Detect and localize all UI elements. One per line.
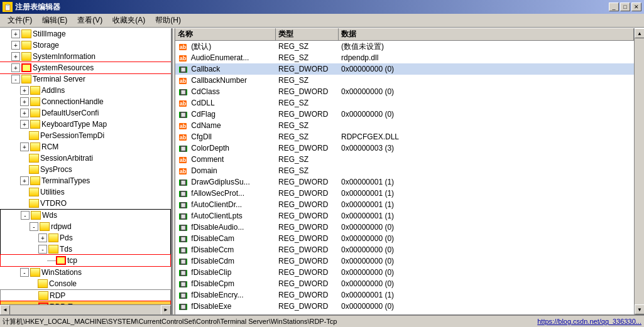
expander-systeminfo[interactable]: + (11, 52, 20, 61)
reg-type-16: REG_DWORD (276, 223, 339, 232)
table-row[interactable]: 🔲 Callback REG_DWORD 0x00000000 (0) (175, 63, 634, 75)
tree-hscroll-right[interactable]: ► (161, 305, 171, 315)
window-title: 注册表编辑器 (15, 2, 60, 13)
status-link[interactable]: https://blog.csdn.net/qq_336330... (537, 318, 641, 325)
table-row[interactable]: ab Comment REG_SZ (175, 154, 634, 165)
menu-bar: 文件(F) 编辑(E) 查看(V) 收藏夹(A) 帮助(H) (0, 14, 644, 28)
tree-item-sysresources[interactable]: + SystemResources (0, 62, 171, 73)
tree-scroll[interactable]: + StillImage + Storage + SystemInformati… (0, 28, 171, 314)
dword-icon-18: 🔲 (178, 246, 188, 255)
tree-item-rdpwd[interactable]: - rdpwd (1, 221, 170, 232)
expander-keyboard[interactable]: + (20, 120, 29, 129)
tree-item-systeminfo[interactable]: + SystemInformation (0, 51, 171, 62)
table-row[interactable]: ab (默认) REG_SZ (数值未设置) (175, 41, 634, 52)
expander-stillimage[interactable]: + (11, 29, 20, 38)
vscroll-down[interactable]: ▼ (635, 304, 644, 314)
expander-tds[interactable]: - (38, 245, 47, 254)
tree-item-winstations[interactable]: - WinStations (0, 267, 171, 278)
tree-item-tcp[interactable]: —— tcp (1, 255, 170, 266)
tree-item-rdp[interactable]: RDP (1, 290, 170, 301)
tree-item-addins[interactable]: + AddIns (0, 85, 171, 96)
expander-sysresources[interactable]: + (11, 63, 20, 72)
expander-pds[interactable]: + (38, 233, 47, 242)
tree-item-sessionarb[interactable]: SessionArbitrati (0, 153, 171, 164)
dword-icon-9: 🔲 (178, 144, 188, 153)
expander-storage[interactable]: + (11, 41, 20, 50)
tree-item-utilities[interactable]: Utilities (0, 186, 171, 198)
tree-item-terminalserver[interactable]: - Terminal Server (0, 73, 171, 85)
expander-rcm[interactable]: + (20, 142, 29, 151)
folder-icon-terminalserver (21, 75, 31, 83)
table-row[interactable]: ab Domain REG_SZ (175, 165, 634, 176)
tree-item-terminaltypes[interactable]: + TerminalTypes (0, 175, 171, 186)
registry-body[interactable]: ab (默认) REG_SZ (数值未设置) ab AudioEnumerat.… (175, 41, 634, 314)
table-row[interactable]: 🔲 ColorDepth REG_DWORD 0x00000003 (3) (175, 142, 634, 154)
table-row[interactable]: 🔲 CdFlag REG_DWORD 0x00000000 (0) (175, 109, 634, 120)
tree-item-storage[interactable]: + Storage (0, 40, 171, 51)
expander-rdpwd[interactable]: - (30, 222, 38, 231)
tree-item-console[interactable]: Console (0, 278, 171, 289)
table-row[interactable]: 🔲 fAllowSecProt... REG_DWORD 0x00000001 … (175, 188, 634, 199)
right-scrollbar[interactable]: ▲ ▼ (634, 28, 644, 314)
reg-type-5: REG_SZ (276, 99, 339, 107)
table-row[interactable]: 🔲 CdClass REG_DWORD 0x00000000 (0) (175, 86, 634, 97)
tree-item-stillimage[interactable]: + StillImage (0, 28, 171, 40)
table-row[interactable]: ab AudioEnumerat... REG_SZ rdpendp.dll (175, 52, 634, 63)
table-row[interactable]: ab CdDLL REG_SZ (175, 97, 634, 109)
table-row[interactable]: 🔲 fDisableCdm REG_DWORD 0x00000000 (0) (175, 255, 634, 267)
tree-hscroll-left[interactable]: ◄ (0, 305, 10, 315)
tree-item-connhandle[interactable]: + ConnectionHandle (0, 96, 171, 107)
tree-item-pds[interactable]: + Pds (1, 232, 170, 244)
table-row[interactable]: 🔲 fDisableExe REG_DWORD 0x00000000 (0) (175, 301, 634, 312)
col-header-name[interactable]: 名称 (175, 28, 276, 40)
table-row[interactable]: ab CfgDll REG_SZ RDPCFGEX.DLL (175, 131, 634, 142)
table-row[interactable]: ab CallbackNumber REG_SZ (175, 75, 634, 86)
table-row[interactable]: 🔲 fDisableCpm REG_DWORD 0x00000000 (0) (175, 278, 634, 289)
expander-wds[interactable]: - (21, 211, 30, 220)
table-row[interactable]: 🔲 fDisableEncry... REG_DWORD 0x00000001 … (175, 289, 634, 301)
menu-view[interactable]: 查看(V) (72, 14, 107, 27)
menu-file[interactable]: 文件(F) (3, 14, 37, 27)
col-header-type[interactable]: 类型 (276, 28, 339, 40)
table-row[interactable]: 🔲 fAutoClientLpts REG_DWORD 0x00000001 (… (175, 210, 634, 222)
table-row[interactable]: 🔲 fDisableAudio... REG_DWORD 0x00000000 … (175, 222, 634, 233)
table-row[interactable]: 🔲 fAutoClientDr... REG_DWORD 0x00000001 … (175, 199, 634, 210)
tree-item-wds[interactable]: - Wds (1, 210, 170, 221)
tree-item-tds[interactable]: - Tds (1, 244, 170, 255)
col-header-data[interactable]: 数据 (339, 28, 634, 40)
table-row[interactable]: 🔲 fDisableClip REG_DWORD 0x00000000 (0) (175, 267, 634, 278)
maximize-button[interactable]: □ (620, 3, 630, 11)
tree-item-rcm[interactable]: + RCM (0, 141, 171, 153)
vscroll-track[interactable] (635, 38, 644, 304)
expander-winstations[interactable]: - (20, 268, 29, 277)
tree-item-persession[interactable]: PerSessionTempDi (0, 130, 171, 141)
tree-item-sysprocs[interactable]: SysProcs (0, 164, 171, 175)
vscroll-up[interactable]: ▲ (635, 28, 644, 38)
tree-item-defaultuser[interactable]: + DefaultUserConfi (0, 107, 171, 119)
tree-item-vtdro[interactable]: VTDRO (0, 198, 171, 209)
expander-terminalserver[interactable]: - (11, 75, 20, 83)
table-row[interactable]: 🔲 fDisableLPT REG_DWORD 0x00000000 (0) (175, 312, 634, 314)
table-row[interactable]: ab CdName REG_SZ (175, 120, 634, 131)
minimize-button[interactable]: _ (609, 3, 619, 11)
tree-hscrollbar[interactable]: ◄ ► (0, 304, 171, 314)
menu-favorites[interactable]: 收藏夹(A) (107, 14, 150, 27)
dword-icon-20: 🔲 (178, 269, 188, 277)
tree-item-keyboard[interactable]: + KeyboardType Map (0, 119, 171, 130)
tree-label-sysresources: SystemResources (33, 63, 94, 72)
reg-data-14: 0x00000001 (1) (339, 200, 634, 209)
expander-defaultuser[interactable]: + (20, 109, 29, 117)
status-bar: 计算机\HKEY_LOCAL_MACHINE\SYSTEM\CurrentCon… (0, 314, 644, 327)
reg-name-3: ab CallbackNumber (175, 76, 276, 85)
table-row[interactable]: 🔲 fDisableCam REG_DWORD 0x00000000 (0) (175, 233, 634, 244)
expander-connhandle[interactable]: + (20, 97, 29, 106)
close-button[interactable]: ✕ (631, 3, 641, 11)
expander-terminaltypes[interactable]: + (20, 176, 29, 185)
folder-icon-sysresources (21, 63, 31, 72)
dword-icon-17: 🔲 (178, 235, 188, 244)
table-row[interactable]: 🔲 fDisableCcm REG_DWORD 0x00000000 (0) (175, 244, 634, 255)
expander-addins[interactable]: + (20, 86, 29, 95)
table-row[interactable]: 🔲 DrawGdiplusSu... REG_DWORD 0x00000001 … (175, 176, 634, 188)
menu-help[interactable]: 帮助(H) (150, 14, 186, 27)
menu-edit[interactable]: 编辑(E) (37, 14, 72, 27)
